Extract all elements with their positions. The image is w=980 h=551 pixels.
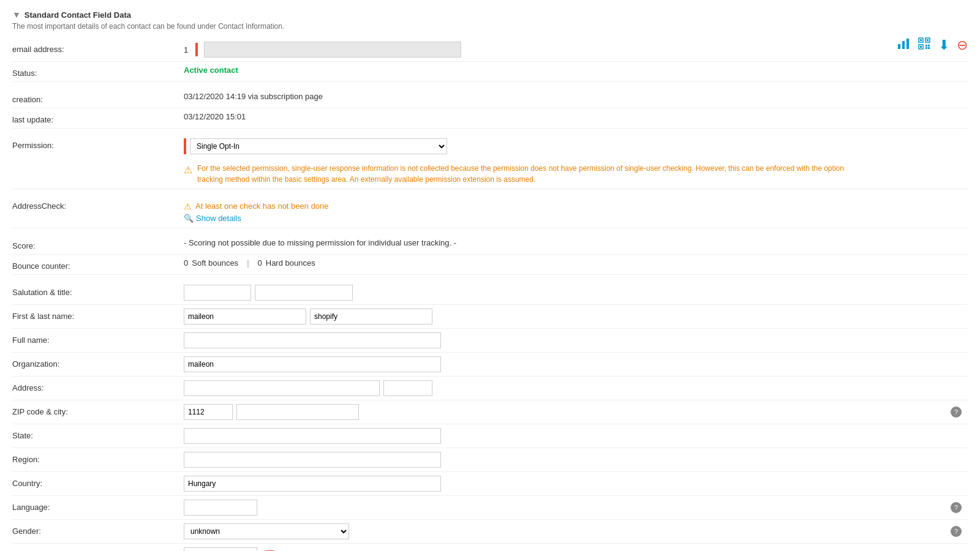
bounce-separator: | bbox=[247, 258, 249, 268]
delete-icon[interactable]: ⊖ bbox=[957, 37, 968, 53]
collapse-arrow-icon[interactable]: ▼ bbox=[12, 10, 21, 20]
svg-rect-9 bbox=[925, 45, 927, 47]
gender-label: Gender: bbox=[12, 527, 41, 536]
svg-rect-6 bbox=[927, 39, 929, 41]
bounce-label: Bounce counter: bbox=[12, 261, 70, 271]
organization-input[interactable] bbox=[184, 356, 441, 372]
address-check-label: AddressCheck: bbox=[12, 201, 66, 211]
svg-rect-8 bbox=[920, 46, 922, 48]
soft-bounces-label: Soft bounces bbox=[192, 258, 238, 268]
section-title: Standard Contact Field Data bbox=[24, 10, 131, 20]
country-label: Country: bbox=[12, 479, 42, 488]
status-label: Status: bbox=[12, 69, 37, 78]
chart-icon[interactable] bbox=[897, 37, 910, 53]
first-last-label: First & last name: bbox=[12, 312, 74, 321]
last-update-label: last update: bbox=[12, 115, 53, 124]
permission-select[interactable]: Single Opt-In Double Opt-In No Permissio… bbox=[190, 138, 447, 154]
city-input[interactable] bbox=[236, 404, 359, 420]
creation-label: creation: bbox=[12, 95, 43, 104]
organization-label: Organization: bbox=[12, 359, 59, 369]
show-details-link[interactable]: 🔍 Show details bbox=[184, 214, 968, 223]
full-name-input[interactable] bbox=[184, 332, 441, 348]
zip-label: ZIP code & city: bbox=[12, 407, 68, 416]
permission-warning-text: For the selected permission, single-user… bbox=[197, 163, 871, 185]
region-input[interactable] bbox=[184, 452, 441, 468]
score-label: Score: bbox=[12, 241, 36, 250]
svg-rect-2 bbox=[907, 39, 909, 49]
zip-help-icon[interactable]: ? bbox=[951, 407, 962, 418]
email-label: email address: bbox=[12, 45, 64, 54]
gender-help-icon[interactable]: ? bbox=[951, 526, 962, 537]
svg-rect-12 bbox=[928, 47, 930, 49]
soft-bounces-count: 0 bbox=[184, 258, 188, 268]
zip-input[interactable] bbox=[184, 404, 233, 420]
permission-warning-icon: ⚠ bbox=[184, 164, 192, 176]
status-value: Active contact bbox=[184, 66, 238, 75]
section-subtitle: The most important details of each conta… bbox=[12, 22, 968, 31]
email-input[interactable] bbox=[204, 42, 461, 58]
salutation-label: Salutation & title: bbox=[12, 288, 72, 297]
last-update-value: 03/12/2020 15:01 bbox=[184, 112, 246, 121]
search-icon: 🔍 bbox=[184, 214, 194, 223]
state-label: State: bbox=[12, 431, 33, 440]
full-name-label: Full name: bbox=[12, 335, 50, 345]
address-num-input[interactable] bbox=[383, 380, 432, 396]
address-check-warning-icon: ⚠ bbox=[184, 201, 192, 211]
last-name-input[interactable] bbox=[310, 309, 432, 324]
svg-rect-0 bbox=[898, 44, 900, 49]
language-input[interactable] bbox=[184, 500, 257, 515]
hard-bounces-label: Hard bounces bbox=[266, 258, 315, 268]
address-check-warning-text: At least one check has not been done bbox=[195, 201, 329, 211]
language-label: Language: bbox=[12, 503, 50, 512]
svg-rect-10 bbox=[928, 45, 930, 47]
qr-icon[interactable] bbox=[918, 37, 931, 53]
svg-rect-4 bbox=[920, 39, 922, 41]
title-input[interactable] bbox=[255, 285, 353, 301]
dob-input[interactable] bbox=[184, 547, 257, 551]
country-input[interactable] bbox=[184, 476, 441, 492]
gender-select[interactable]: unknown male female other bbox=[184, 523, 349, 539]
language-help-icon[interactable]: ? bbox=[951, 502, 962, 513]
email-number: 1 bbox=[184, 45, 188, 54]
address-main-input[interactable] bbox=[184, 380, 380, 396]
creation-value: 03/12/2020 14:19 via subscription page bbox=[184, 92, 323, 101]
score-value: - Scoring not possible due to missing pe… bbox=[184, 238, 456, 247]
hard-bounces-count: 0 bbox=[258, 258, 262, 268]
download-icon[interactable]: ⬇ bbox=[938, 37, 949, 53]
state-input[interactable] bbox=[184, 428, 441, 444]
region-label: Region: bbox=[12, 455, 40, 464]
salutation-input[interactable] bbox=[184, 285, 251, 301]
svg-rect-1 bbox=[902, 41, 905, 49]
first-name-input[interactable] bbox=[184, 309, 306, 324]
permission-label: Permission: bbox=[12, 141, 54, 150]
svg-rect-11 bbox=[925, 47, 927, 49]
address-label: Address: bbox=[12, 383, 43, 392]
